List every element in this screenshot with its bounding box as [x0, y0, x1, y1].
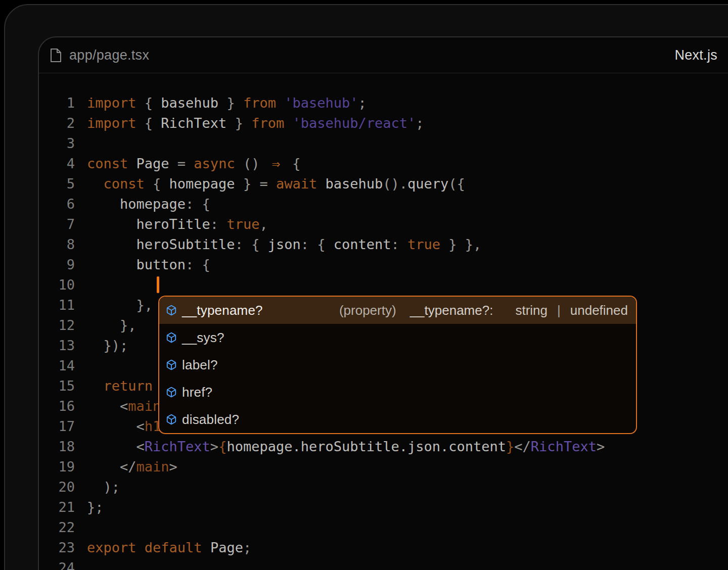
framework-label: Next.js: [674, 48, 717, 63]
autocomplete-item-label: label?: [182, 357, 218, 373]
line-number: 24: [39, 558, 75, 570]
code-line: 20 );: [39, 477, 728, 497]
code-line: 22: [39, 517, 728, 538]
line-number: 18: [39, 437, 75, 457]
code-line-text[interactable]: };: [75, 497, 104, 517]
code-line: 2import { RichText } from 'basehub/react…: [39, 113, 728, 133]
code-line-text[interactable]: <h1: [75, 416, 161, 437]
line-number: 11: [39, 295, 75, 315]
line-number: 8: [39, 234, 75, 255]
file-name: app/page.tsx: [69, 48, 149, 63]
autocomplete-item-label: href?: [182, 385, 212, 400]
line-number: 20: [39, 477, 75, 497]
code-line-text[interactable]: </main>: [75, 457, 177, 477]
code-line: 21};: [39, 497, 728, 517]
code-line: 6 homepage: {: [39, 194, 728, 214]
code-line-text[interactable]: return: [75, 376, 153, 396]
code-line: 5 const { homepage } = await basehub().q…: [39, 174, 728, 194]
autocomplete-item-label: __typename?: [182, 303, 263, 318]
autocomplete-popup: __typename?(property)__typename?:string|…: [158, 296, 637, 434]
code-line-text[interactable]: const Page = async () ⇒ {: [75, 154, 300, 174]
text-cursor: [157, 276, 159, 293]
line-number: 12: [39, 315, 75, 336]
code-line-text[interactable]: homepage: {: [75, 194, 210, 214]
line-number: 17: [39, 416, 75, 437]
cube-icon: [166, 359, 177, 370]
line-number: 21: [39, 497, 75, 517]
line-number: 5: [39, 174, 75, 194]
code-line: 8 heroSubtitle: { json: { content: true …: [39, 234, 728, 255]
code-line-text[interactable]: );: [75, 477, 120, 497]
code-line-text[interactable]: [75, 356, 87, 376]
code-line-text[interactable]: import { basehub } from 'basehub';: [75, 93, 367, 113]
line-number: 2: [39, 113, 75, 133]
code-line-text[interactable]: [75, 133, 87, 154]
code-line-text[interactable]: import { RichText } from 'basehub/react'…: [75, 113, 424, 133]
line-number: 6: [39, 194, 75, 214]
code-line-text[interactable]: button: {: [75, 255, 210, 275]
autocomplete-item-label: __sys?: [182, 330, 224, 346]
code-line-text[interactable]: [75, 275, 159, 295]
code-line: 24: [39, 558, 728, 570]
line-number: 1: [39, 93, 75, 113]
autocomplete-item-detail: (property)__typename?:string|undefined: [339, 303, 628, 318]
code-line: 23export default Page;: [39, 538, 728, 558]
code-line-text[interactable]: <RichText>{homepage.heroSubtitle.json.co…: [75, 437, 605, 457]
code-line-text[interactable]: });: [75, 336, 128, 356]
line-number: 14: [39, 356, 75, 376]
cube-icon: [166, 414, 177, 425]
app-window: app/page.tsx Next.js 1import { basehub }…: [4, 4, 728, 570]
code-line: 19 </main>: [39, 457, 728, 477]
code-line: 4const Page = async () ⇒ {: [39, 154, 728, 174]
autocomplete-item[interactable]: label?: [159, 351, 636, 378]
code-line-text[interactable]: },: [75, 295, 153, 315]
cube-icon: [166, 387, 177, 398]
code-line-text[interactable]: export default Page;: [75, 538, 251, 558]
code-line-text[interactable]: heroSubtitle: { json: { content: true } …: [75, 234, 481, 255]
cube-icon: [166, 332, 177, 343]
code-line-text[interactable]: [75, 558, 87, 570]
code-line-text[interactable]: <main: [75, 396, 161, 416]
code-line-text[interactable]: },: [75, 315, 136, 336]
cube-icon: [166, 305, 177, 316]
autocomplete-item[interactable]: __typename?(property)__typename?:string|…: [159, 297, 636, 324]
file-icon: [50, 48, 62, 63]
code-line: 18 <RichText>{homepage.heroSubtitle.json…: [39, 437, 728, 457]
code-line-text[interactable]: heroTitle: true,: [75, 214, 268, 234]
line-number: 23: [39, 538, 75, 558]
autocomplete-item-label: disabled?: [182, 412, 239, 428]
line-number: 22: [39, 517, 75, 538]
autocomplete-item[interactable]: disabled?: [159, 406, 636, 433]
editor-header: app/page.tsx Next.js: [39, 37, 728, 73]
line-number: 3: [39, 133, 75, 154]
code-line: 9 button: {: [39, 255, 728, 275]
line-number: 9: [39, 255, 75, 275]
line-number: 10: [39, 275, 75, 295]
line-number: 19: [39, 457, 75, 477]
code-line: 3: [39, 133, 728, 154]
line-number: 16: [39, 396, 75, 416]
autocomplete-item[interactable]: __sys?: [159, 324, 636, 351]
line-number: 4: [39, 154, 75, 174]
line-number: 15: [39, 376, 75, 396]
autocomplete-item[interactable]: href?: [159, 378, 636, 406]
code-line: 10: [39, 275, 728, 295]
code-line: 7 heroTitle: true,: [39, 214, 728, 234]
code-line-text[interactable]: [75, 517, 87, 538]
code-line-text[interactable]: const { homepage } = await basehub().que…: [75, 174, 465, 194]
line-number: 13: [39, 336, 75, 356]
code-line: 1import { basehub } from 'basehub';: [39, 93, 728, 113]
line-number: 7: [39, 214, 75, 234]
